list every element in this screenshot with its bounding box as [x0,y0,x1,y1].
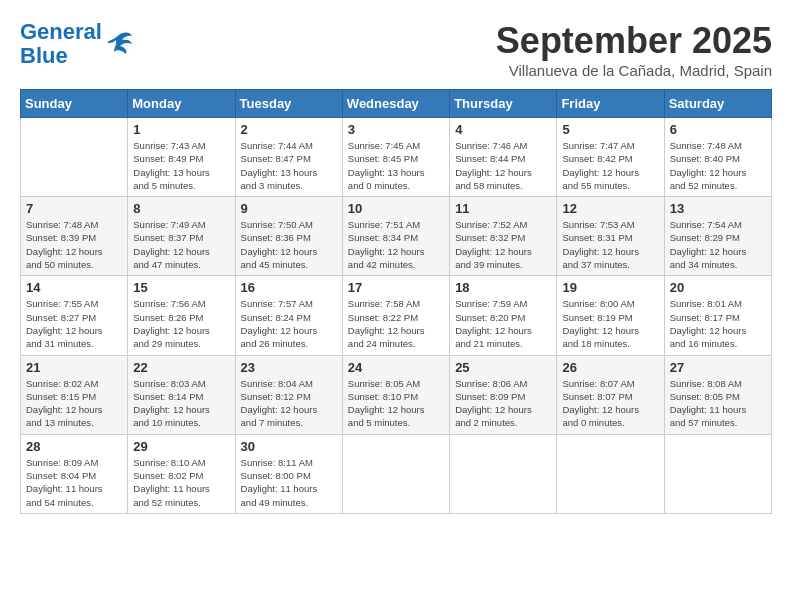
day-number: 18 [455,280,551,295]
day-number: 25 [455,360,551,375]
day-info: Sunrise: 7:49 AMSunset: 8:37 PMDaylight:… [133,218,229,271]
calendar-cell: 14Sunrise: 7:55 AMSunset: 8:27 PMDayligh… [21,276,128,355]
day-info: Sunrise: 8:06 AMSunset: 8:09 PMDaylight:… [455,377,551,430]
day-info: Sunrise: 7:59 AMSunset: 8:20 PMDaylight:… [455,297,551,350]
calendar-cell: 15Sunrise: 7:56 AMSunset: 8:26 PMDayligh… [128,276,235,355]
day-number: 29 [133,439,229,454]
day-number: 14 [26,280,122,295]
calendar-cell: 3Sunrise: 7:45 AMSunset: 8:45 PMDaylight… [342,118,449,197]
logo-line1: General [20,19,102,44]
calendar-header-wednesday: Wednesday [342,90,449,118]
calendar-cell [21,118,128,197]
calendar-header-saturday: Saturday [664,90,771,118]
month-title: September 2025 [496,20,772,62]
calendar-week-row: 1Sunrise: 7:43 AMSunset: 8:49 PMDaylight… [21,118,772,197]
day-number: 21 [26,360,122,375]
day-number: 22 [133,360,229,375]
calendar-cell: 20Sunrise: 8:01 AMSunset: 8:17 PMDayligh… [664,276,771,355]
day-number: 15 [133,280,229,295]
page-header: General Blue September 2025 Villanueva d… [20,20,772,79]
calendar-header-tuesday: Tuesday [235,90,342,118]
day-info: Sunrise: 8:05 AMSunset: 8:10 PMDaylight:… [348,377,444,430]
day-info: Sunrise: 7:46 AMSunset: 8:44 PMDaylight:… [455,139,551,192]
day-number: 3 [348,122,444,137]
calendar-cell: 26Sunrise: 8:07 AMSunset: 8:07 PMDayligh… [557,355,664,434]
calendar-cell: 27Sunrise: 8:08 AMSunset: 8:05 PMDayligh… [664,355,771,434]
calendar-cell: 30Sunrise: 8:11 AMSunset: 8:00 PMDayligh… [235,434,342,513]
day-info: Sunrise: 7:57 AMSunset: 8:24 PMDaylight:… [241,297,337,350]
calendar-cell: 12Sunrise: 7:53 AMSunset: 8:31 PMDayligh… [557,197,664,276]
calendar-cell: 18Sunrise: 7:59 AMSunset: 8:20 PMDayligh… [450,276,557,355]
calendar-week-row: 21Sunrise: 8:02 AMSunset: 8:15 PMDayligh… [21,355,772,434]
calendar-header-friday: Friday [557,90,664,118]
day-info: Sunrise: 8:09 AMSunset: 8:04 PMDaylight:… [26,456,122,509]
day-number: 8 [133,201,229,216]
day-number: 24 [348,360,444,375]
calendar-cell: 23Sunrise: 8:04 AMSunset: 8:12 PMDayligh… [235,355,342,434]
calendar-cell: 5Sunrise: 7:47 AMSunset: 8:42 PMDaylight… [557,118,664,197]
day-info: Sunrise: 7:48 AMSunset: 8:40 PMDaylight:… [670,139,766,192]
day-number: 7 [26,201,122,216]
day-number: 10 [348,201,444,216]
calendar-cell: 11Sunrise: 7:52 AMSunset: 8:32 PMDayligh… [450,197,557,276]
calendar-cell: 19Sunrise: 8:00 AMSunset: 8:19 PMDayligh… [557,276,664,355]
calendar-cell: 25Sunrise: 8:06 AMSunset: 8:09 PMDayligh… [450,355,557,434]
day-number: 19 [562,280,658,295]
calendar-cell: 9Sunrise: 7:50 AMSunset: 8:36 PMDaylight… [235,197,342,276]
calendar-cell [557,434,664,513]
day-info: Sunrise: 7:58 AMSunset: 8:22 PMDaylight:… [348,297,444,350]
day-number: 20 [670,280,766,295]
calendar-cell: 13Sunrise: 7:54 AMSunset: 8:29 PMDayligh… [664,197,771,276]
day-number: 11 [455,201,551,216]
day-number: 2 [241,122,337,137]
day-number: 5 [562,122,658,137]
calendar-cell: 8Sunrise: 7:49 AMSunset: 8:37 PMDaylight… [128,197,235,276]
day-info: Sunrise: 8:01 AMSunset: 8:17 PMDaylight:… [670,297,766,350]
calendar-header-monday: Monday [128,90,235,118]
calendar-cell: 10Sunrise: 7:51 AMSunset: 8:34 PMDayligh… [342,197,449,276]
day-info: Sunrise: 7:52 AMSunset: 8:32 PMDaylight:… [455,218,551,271]
calendar-cell [342,434,449,513]
logo: General Blue [20,20,134,68]
title-block: September 2025 Villanueva de la Cañada, … [496,20,772,79]
day-number: 30 [241,439,337,454]
day-info: Sunrise: 7:53 AMSunset: 8:31 PMDaylight:… [562,218,658,271]
calendar-cell: 16Sunrise: 7:57 AMSunset: 8:24 PMDayligh… [235,276,342,355]
calendar-cell [664,434,771,513]
day-number: 13 [670,201,766,216]
calendar-week-row: 7Sunrise: 7:48 AMSunset: 8:39 PMDaylight… [21,197,772,276]
day-info: Sunrise: 8:03 AMSunset: 8:14 PMDaylight:… [133,377,229,430]
calendar-cell: 1Sunrise: 7:43 AMSunset: 8:49 PMDaylight… [128,118,235,197]
day-number: 26 [562,360,658,375]
day-info: Sunrise: 7:51 AMSunset: 8:34 PMDaylight:… [348,218,444,271]
calendar-cell: 2Sunrise: 7:44 AMSunset: 8:47 PMDaylight… [235,118,342,197]
calendar-cell: 21Sunrise: 8:02 AMSunset: 8:15 PMDayligh… [21,355,128,434]
calendar-cell: 7Sunrise: 7:48 AMSunset: 8:39 PMDaylight… [21,197,128,276]
day-info: Sunrise: 8:04 AMSunset: 8:12 PMDaylight:… [241,377,337,430]
day-info: Sunrise: 7:45 AMSunset: 8:45 PMDaylight:… [348,139,444,192]
calendar-cell: 28Sunrise: 8:09 AMSunset: 8:04 PMDayligh… [21,434,128,513]
logo-bird-icon [104,30,134,58]
day-info: Sunrise: 8:07 AMSunset: 8:07 PMDaylight:… [562,377,658,430]
day-info: Sunrise: 7:47 AMSunset: 8:42 PMDaylight:… [562,139,658,192]
calendar-header-thursday: Thursday [450,90,557,118]
day-info: Sunrise: 8:10 AMSunset: 8:02 PMDaylight:… [133,456,229,509]
day-info: Sunrise: 7:56 AMSunset: 8:26 PMDaylight:… [133,297,229,350]
calendar-table: SundayMondayTuesdayWednesdayThursdayFrid… [20,89,772,514]
day-info: Sunrise: 7:54 AMSunset: 8:29 PMDaylight:… [670,218,766,271]
calendar-week-row: 28Sunrise: 8:09 AMSunset: 8:04 PMDayligh… [21,434,772,513]
day-number: 1 [133,122,229,137]
day-info: Sunrise: 8:02 AMSunset: 8:15 PMDaylight:… [26,377,122,430]
calendar-cell [450,434,557,513]
day-info: Sunrise: 8:00 AMSunset: 8:19 PMDaylight:… [562,297,658,350]
day-info: Sunrise: 7:44 AMSunset: 8:47 PMDaylight:… [241,139,337,192]
calendar-header-sunday: Sunday [21,90,128,118]
calendar-cell: 4Sunrise: 7:46 AMSunset: 8:44 PMDaylight… [450,118,557,197]
location-subtitle: Villanueva de la Cañada, Madrid, Spain [496,62,772,79]
day-info: Sunrise: 7:48 AMSunset: 8:39 PMDaylight:… [26,218,122,271]
day-info: Sunrise: 8:11 AMSunset: 8:00 PMDaylight:… [241,456,337,509]
day-info: Sunrise: 7:43 AMSunset: 8:49 PMDaylight:… [133,139,229,192]
day-number: 28 [26,439,122,454]
day-number: 27 [670,360,766,375]
calendar-cell: 24Sunrise: 8:05 AMSunset: 8:10 PMDayligh… [342,355,449,434]
